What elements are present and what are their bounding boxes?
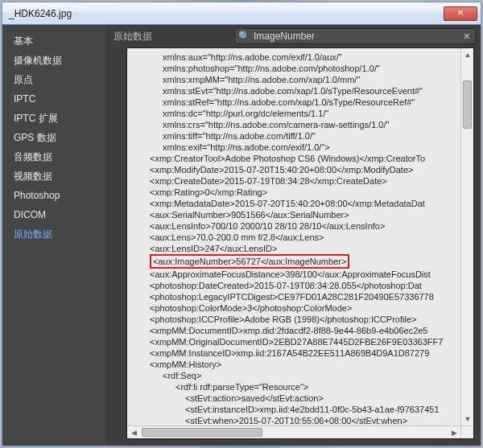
xml-line: xmlns:tiff="http://ns.adobe.com/tiff/1.0… [134,130,457,142]
sidebar-item-label: 音频数据 [14,151,52,162]
xml-line: xmlns:crs="http://ns.adobe.com/camera-ra… [134,119,457,130]
xml-line: xmlns:stRef="http://ns.adobe.com/xap/1.0… [134,97,457,108]
xml-line: <aux:LensInfo>700/10 2000/10 28/10 28/10… [134,220,457,232]
vertical-scroll-thumb[interactable] [463,80,472,129]
window-close-button[interactable]: × [444,6,477,21]
xml-line: <rdf:li rdf:parseType="Resource"> [134,381,457,393]
xml-line: <aux:ApproximateFocusDistance>398/100</a… [134,269,457,280]
sidebar-item-basic[interactable]: 基本 [2,31,105,51]
xml-line: <photoshop:ICCProfile>Adobe RGB (1998)</… [134,314,457,325]
sidebar-item-label: 原始数据 [14,228,52,240]
xml-line: <photoshop:ColorMode>3</photoshop:ColorM… [134,302,457,314]
sidebar-item-dicom[interactable]: DICOM [2,205,105,224]
sidebar-item-camera-data[interactable]: 摄像机数据 [2,51,105,70]
xml-line: <aux:SerialNumber>9051566</aux:SerialNum… [134,209,457,220]
sidebar-item-video[interactable]: 视频数据 [2,166,105,186]
xml-line: <photoshop:LegacyIPTCDigest>CE97FD01A28C… [134,291,457,302]
sidebar-item-audio[interactable]: 音频数据 [2,147,105,166]
sidebar-item-label: 原点 [14,74,33,85]
vertical-scrollbar[interactable]: ▲ ▼ [460,48,473,425]
content-area: 基本 摄像机数据 原点 IPTC IPTC 扩展 GPS 数据 音频数据 视频数… [2,25,481,446]
xml-line: <stEvt:instanceID>xmp.iid:4e2bdd11-0f0c-… [134,404,457,415]
sidebar-item-gps[interactable]: GPS 数据 [2,128,105,147]
scroll-right-arrow[interactable]: ▶ [448,426,460,439]
xml-line: <aux:LensID>247</aux:LensID> [134,243,457,254]
sidebar-item-label: GPS 数据 [14,132,56,143]
xml-line: xmlns:stEvt="http://ns.adobe.com/xap/1.0… [134,85,457,97]
search-icon: 🔍 [238,31,250,42]
xml-line: xmlns:exif="http://ns.adobe.com/exif/1.0… [134,142,457,153]
main-topbar: 原始数据 🔍 × [105,25,481,47]
search-input[interactable] [254,31,462,42]
metadata-window: _HDK6246.jpg × 基本 摄像机数据 原点 IPTC IPTC 扩展 … [2,2,481,446]
xml-line-highlighted: <aux:ImageNumber>56727</aux:ImageNumber> [134,254,457,269]
sidebar-item-label: IPTC 扩展 [14,113,58,124]
scroll-up-arrow[interactable]: ▲ [461,48,474,61]
sidebar-item-label: 摄像机数据 [14,55,62,66]
sidebar-item-origin[interactable]: 原点 [2,70,105,89]
search-field-wrap[interactable]: 🔍 × [234,28,476,44]
sidebar-item-label: Photoshop [14,190,60,201]
sidebar-item-raw-data[interactable]: 原始数据 [2,224,105,244]
window-title: _HDK6246.jpg [9,8,444,19]
xml-line: <xmpMM:DocumentID>xmp.did:2fdacdf2-8f88-… [134,325,457,336]
sidebar-item-label: DICOM [14,209,46,220]
xml-line: <xmp:MetadataDate>2015-07-20T15:40:20+08… [134,198,457,209]
sidebar: 基本 摄像机数据 原点 IPTC IPTC 扩展 GPS 数据 音频数据 视频数… [2,25,105,446]
xml-line: <stEvt:action>saved</stEvt:action> [134,393,457,404]
xml-line: <xmp:CreateDate>2015-07-19T08:34:28</xmp… [134,175,457,187]
xml-line: <xmp:Rating>0</xmp:Rating> [134,187,457,198]
scroll-corner [460,425,473,438]
sidebar-item-label: IPTC [14,93,35,105]
xml-line: <xmp:ModifyDate>2015-07-20T15:40:20+08:0… [134,164,457,175]
sidebar-item-label: 视频数据 [14,171,52,182]
xml-panel: xmlns:aux="http://ns.adobe.com/exif/1.0/… [126,47,474,439]
xml-line: xmlns:xmpMM="http://ns.adobe.com/xap/1.0… [134,74,457,85]
sidebar-item-iptc-ext[interactable]: IPTC 扩展 [2,109,105,128]
xml-line: <photoshop:DateCreated>2015-07-19T08:34:… [134,280,457,291]
xml-line: <aux:Lens>70.0-200.0 mm f/2.8</aux:Lens> [134,232,457,243]
search-clear-icon[interactable]: × [462,30,472,43]
scroll-down-arrow[interactable]: ▼ [461,413,474,425]
horizontal-scrollbar[interactable]: ◀ ▶ [127,425,460,438]
xml-line: <xmp:CreatorTool>Adobe Photoshop CS6 (Wi… [134,153,457,164]
search-match-highlight: <aux:ImageNumber>56727</aux:ImageNumber> [150,254,349,269]
xml-line: <stEvt:when>2015-07-20T10:55:06+08:00</s… [134,415,457,425]
main-panel: 原始数据 🔍 × xmlns:aux="http://ns.adobe.com/… [105,25,481,446]
sidebar-item-photoshop[interactable]: Photoshop [2,186,105,205]
sidebar-item-iptc[interactable]: IPTC [2,89,105,109]
xml-line: <xmpMM:History> [134,359,457,370]
scroll-left-arrow[interactable]: ◀ [127,426,140,439]
xml-line: xmlns:photoshop="http://ns.adobe.com/pho… [134,63,457,74]
sidebar-item-label: 基本 [14,35,33,47]
xml-line: <rdf:Seq> [134,370,457,381]
xml-line: <xmpMM:InstanceID>xmp.iid:2167A54B22EE51… [134,347,457,359]
horizontal-scroll-thumb[interactable] [142,428,262,437]
xml-line: xmlns:dc="http://purl.org/dc/elements/1.… [134,108,457,119]
panel-heading: 原始数据 [114,30,152,43]
titlebar[interactable]: _HDK6246.jpg × [2,2,481,25]
xml-line: xmlns:aux="http://ns.adobe.com/exif/1.0/… [134,51,457,63]
xml-content[interactable]: xmlns:aux="http://ns.adobe.com/exif/1.0/… [127,48,460,425]
xml-line: <xmpMM:OriginalDocumentID>2EBD27A88E7445… [134,336,457,347]
